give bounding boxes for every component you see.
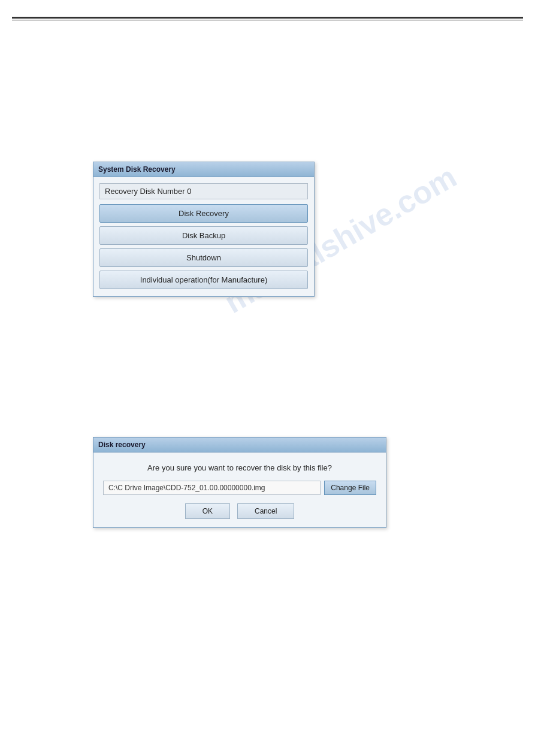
top-line-thick [12, 17, 523, 19]
disk-recovery-button[interactable]: Disk Recovery [99, 204, 308, 223]
dialog1-content: Recovery Disk Number 0 Disk Recovery Dis… [93, 177, 314, 296]
individual-operation-button[interactable]: Individual operation(for Manufacture) [99, 271, 308, 289]
disk-recovery-dialog: Disk recovery Are you sure you want to r… [93, 437, 386, 528]
ok-button[interactable]: OK [185, 503, 230, 519]
system-disk-recovery-dialog: System Disk Recovery Recovery Disk Numbe… [93, 162, 315, 297]
change-file-button[interactable]: Change File [324, 481, 376, 495]
disk-backup-button[interactable]: Disk Backup [99, 226, 308, 245]
recovery-disk-label: Recovery Disk Number 0 [99, 183, 308, 199]
shutdown-button[interactable]: Shutdown [99, 248, 308, 267]
cancel-button[interactable]: Cancel [237, 503, 294, 519]
dialog2-file-path: C:\C Drive Image\CDD-752_01.00.00000000.… [103, 481, 321, 495]
dialog1-titlebar: System Disk Recovery [93, 162, 314, 177]
top-decorative-lines [12, 17, 523, 20]
dialog2-file-row: C:\C Drive Image\CDD-752_01.00.00000000.… [103, 481, 376, 495]
dialog2-footer: OK Cancel [103, 503, 376, 519]
dialog2-titlebar: Disk recovery [93, 438, 386, 453]
dialog2-question: Are you sure you want to recover the dis… [103, 463, 376, 472]
top-line-thin [12, 20, 523, 20]
dialog2-content: Are you sure you want to recover the dis… [93, 453, 386, 527]
